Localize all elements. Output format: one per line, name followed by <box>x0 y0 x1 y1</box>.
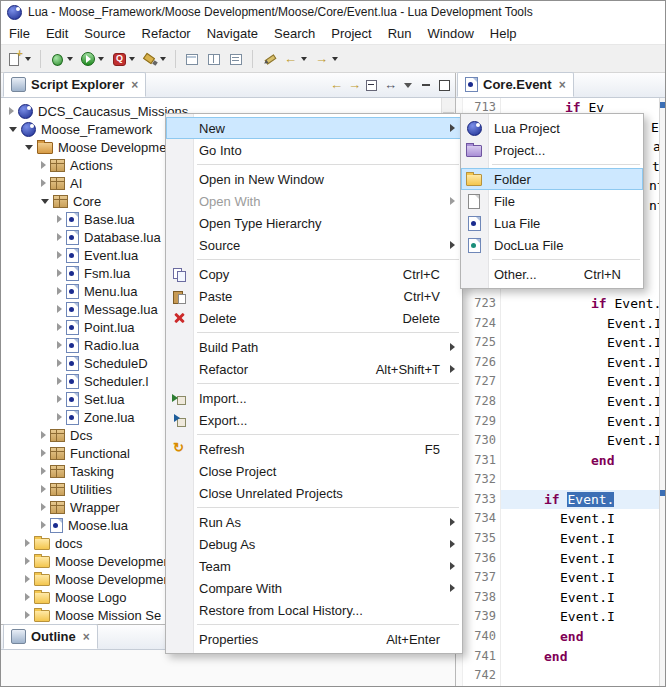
new-submenu-item-project[interactable]: Project... <box>461 139 643 161</box>
twisty-closed-icon[interactable] <box>41 431 46 439</box>
code-line-726[interactable]: Event.I <box>501 353 659 373</box>
twisty-open-icon[interactable] <box>9 127 17 132</box>
maximize-icon[interactable] <box>437 78 451 92</box>
twisty-closed-icon[interactable] <box>25 557 30 565</box>
context-menu-item-run-as[interactable]: Run As <box>166 511 462 533</box>
dropdown-arrow-icon[interactable] <box>25 57 31 61</box>
show-list-button[interactable] <box>226 48 246 70</box>
twisty-closed-icon[interactable] <box>41 485 46 493</box>
last-edit-location-button[interactable] <box>259 48 279 70</box>
link-editor-icon[interactable] <box>383 78 397 92</box>
twisty-closed-icon[interactable] <box>57 233 62 241</box>
twisty-closed-icon[interactable] <box>57 395 62 403</box>
twisty-closed-icon[interactable] <box>57 269 62 277</box>
forward-icon[interactable] <box>347 78 361 92</box>
menubar-item-source[interactable]: Source <box>76 24 133 43</box>
menubar-item-help[interactable]: Help <box>482 24 525 43</box>
twisty-closed-icon[interactable] <box>57 359 62 367</box>
menubar-item-window[interactable]: Window <box>420 24 482 43</box>
twisty-closed-icon[interactable] <box>25 593 30 601</box>
twisty-closed-icon[interactable] <box>41 179 46 187</box>
code-line-732[interactable] <box>501 470 659 490</box>
code-line-729[interactable]: Event.I <box>501 412 659 432</box>
search-button[interactable] <box>140 48 169 70</box>
new-submenu-item-doclua-file[interactable]: DocLua File <box>461 234 643 256</box>
dropdown-arrow-icon[interactable] <box>98 57 104 61</box>
code-line-742[interactable] <box>501 666 659 686</box>
code-line-725[interactable]: Event.I <box>501 333 659 353</box>
context-menu-item-debug-as[interactable]: Debug As <box>166 533 462 555</box>
menubar-item-search[interactable]: Search <box>266 24 323 43</box>
collapse-all-icon[interactable] <box>365 78 379 92</box>
external-tools-button[interactable] <box>109 48 138 70</box>
context-menu-item-paste[interactable]: PasteCtrl+V <box>166 285 462 307</box>
twisty-open-icon[interactable] <box>25 145 33 150</box>
dropdown-arrow-icon[interactable] <box>160 57 166 61</box>
view-menu-icon[interactable] <box>401 78 415 92</box>
back-icon[interactable] <box>329 78 343 92</box>
context-menu-item-close-unrelated-projects[interactable]: Close Unrelated Projects <box>166 482 462 504</box>
code-line-724[interactable]: Event.I <box>501 314 659 334</box>
menubar-item-refactor[interactable]: Refactor <box>134 24 199 43</box>
code-line-741[interactable]: end <box>501 647 659 667</box>
context-menu-item-close-project[interactable]: Close Project <box>166 460 462 482</box>
context-menu-item-go-into[interactable]: Go Into <box>166 139 462 161</box>
twisty-closed-icon[interactable] <box>57 287 62 295</box>
dropdown-arrow-icon[interactable] <box>301 57 307 61</box>
new-submenu-item-lua-file[interactable]: Lua File <box>461 212 643 234</box>
minimize-icon[interactable] <box>419 78 433 92</box>
tab-core-event[interactable]: Core.Event × <box>457 72 574 97</box>
overview-marker[interactable] <box>660 102 665 108</box>
twisty-closed-icon[interactable] <box>41 449 46 457</box>
forward-button[interactable] <box>312 48 341 70</box>
menubar-item-file[interactable]: File <box>1 24 38 43</box>
dropdown-arrow-icon[interactable] <box>332 57 338 61</box>
new-wizard-button[interactable] <box>5 48 34 70</box>
context-menu-item-new[interactable]: New <box>166 117 462 139</box>
code-line-730[interactable]: Event.I <box>501 431 659 451</box>
context-menu-item-restore-from-local-history[interactable]: Restore from Local History... <box>166 599 462 621</box>
new-submenu-item-other[interactable]: Other...Ctrl+N <box>461 263 643 285</box>
dropdown-arrow-icon[interactable] <box>129 57 135 61</box>
context-menu-item-team[interactable]: Team <box>166 555 462 577</box>
context-menu-item-refactor[interactable]: RefactorAlt+Shift+T <box>166 358 462 380</box>
context-menu-item-build-path[interactable]: Build Path <box>166 336 462 358</box>
twisty-closed-icon[interactable] <box>41 521 46 529</box>
context-menu-item-source[interactable]: Source <box>166 234 462 256</box>
code-line-738[interactable]: Event.I <box>501 588 659 608</box>
twisty-closed-icon[interactable] <box>25 539 30 547</box>
context-menu-item-export[interactable]: Export... <box>166 409 462 431</box>
twisty-closed-icon[interactable] <box>57 377 62 385</box>
code-line-739[interactable]: Event.I <box>501 607 659 627</box>
new-submenu-item-lua-project[interactable]: Lua Project <box>461 117 643 139</box>
context-menu-item-import[interactable]: Import... <box>166 387 462 409</box>
show-grid-button[interactable] <box>204 48 224 70</box>
context-menu-item-properties[interactable]: PropertiesAlt+Enter <box>166 628 462 650</box>
code-line-735[interactable]: Event.I <box>501 529 659 549</box>
twisty-closed-icon[interactable] <box>9 107 14 115</box>
close-icon[interactable]: × <box>83 631 90 643</box>
context-menu-item-refresh[interactable]: RefreshF5 <box>166 438 462 460</box>
code-line-727[interactable]: Event.I <box>501 372 659 392</box>
twisty-closed-icon[interactable] <box>25 611 30 619</box>
twisty-closed-icon[interactable] <box>57 341 62 349</box>
open-perspective-button[interactable] <box>182 48 202 70</box>
close-icon[interactable]: × <box>131 79 138 91</box>
code-line-731[interactable]: end <box>501 451 659 471</box>
run-button[interactable] <box>78 48 107 70</box>
overview-marker[interactable] <box>660 490 665 496</box>
twisty-closed-icon[interactable] <box>57 251 62 259</box>
twisty-closed-icon[interactable] <box>57 215 62 223</box>
tab-script-explorer[interactable]: Script Explorer × <box>3 72 146 97</box>
menubar-item-run[interactable]: Run <box>380 24 420 43</box>
close-icon[interactable]: × <box>559 79 566 91</box>
back-button[interactable] <box>281 48 310 70</box>
twisty-open-icon[interactable] <box>41 199 49 204</box>
debug-button[interactable] <box>47 48 76 70</box>
code-line-736[interactable]: Event.I <box>501 549 659 569</box>
context-menu-item-open-in-new-window[interactable]: Open in New Window <box>166 168 462 190</box>
new-submenu-item-file[interactable]: File <box>461 190 643 212</box>
new-submenu-item-folder[interactable]: Folder <box>461 168 643 190</box>
dropdown-arrow-icon[interactable] <box>67 57 73 61</box>
code-line-737[interactable]: Event.I <box>501 568 659 588</box>
